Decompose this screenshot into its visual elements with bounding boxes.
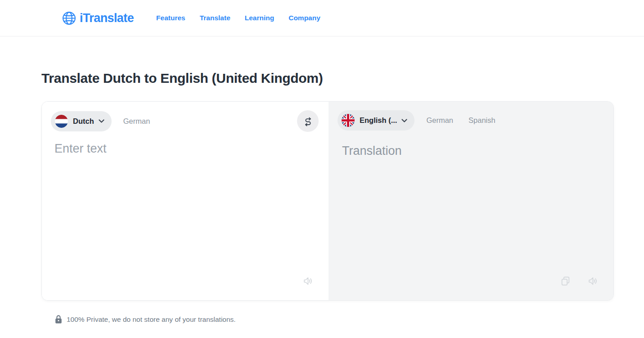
source-panel-header: Dutch German [42,102,329,132]
source-panel-body [42,132,329,275]
nav-item-features[interactable]: Features [156,14,185,22]
copy-icon [560,275,571,287]
target-panel-header: English (... German Spanish [329,102,613,131]
copy-translation-button[interactable] [560,275,571,287]
chevron-down-icon [401,119,407,122]
swap-languages-icon [302,115,314,127]
speaker-icon [302,275,314,287]
privacy-note: 100% Private, we do not store any of you… [55,315,236,324]
target-quick-option-spanish[interactable]: Spanish [468,116,495,125]
nav-item-company[interactable]: Company [288,14,320,22]
source-panel-footer [42,275,329,300]
source-language-selector[interactable]: Dutch [51,111,112,131]
target-quick-option-german[interactable]: German [426,116,453,125]
target-language-label: English (... [360,116,397,125]
lock-icon [55,315,62,324]
itranslate-page: iTranslate Features Translate Learning C… [0,0,644,338]
nav-item-translate[interactable]: Translate [200,14,230,22]
speaker-icon [587,275,599,287]
target-language-selector[interactable]: English (... [338,110,414,131]
target-panel-footer [329,275,613,300]
target-panel-body: Translation [329,131,613,275]
translation-output: Translation [342,144,402,275]
chevron-down-icon [99,119,104,123]
main-nav: Features Translate Learning Company [156,14,320,22]
source-text-input[interactable] [54,142,318,275]
source-speak-button[interactable] [302,275,314,287]
nav-item-learning[interactable]: Learning [245,14,274,22]
netherlands-flag-icon [55,115,68,128]
page-title: Translate Dutch to English (United Kingd… [41,71,323,86]
brand-name: iTranslate [80,11,134,25]
source-panel: Dutch German [42,102,329,300]
united-kingdom-flag-icon [342,114,355,127]
privacy-note-text: 100% Private, we do not store any of you… [67,315,236,324]
globe-logo-icon [62,11,77,26]
translator-card: Dutch German [41,101,614,301]
top-navigation-bar: iTranslate Features Translate Learning C… [0,0,644,36]
swap-languages-button[interactable] [297,110,319,132]
itranslate-logo[interactable]: iTranslate [62,11,134,26]
target-panel: English (... German Spanish Translation [329,102,613,300]
source-quick-option-german[interactable]: German [123,117,150,126]
source-language-label: Dutch [73,117,94,126]
target-speak-button[interactable] [587,275,599,287]
